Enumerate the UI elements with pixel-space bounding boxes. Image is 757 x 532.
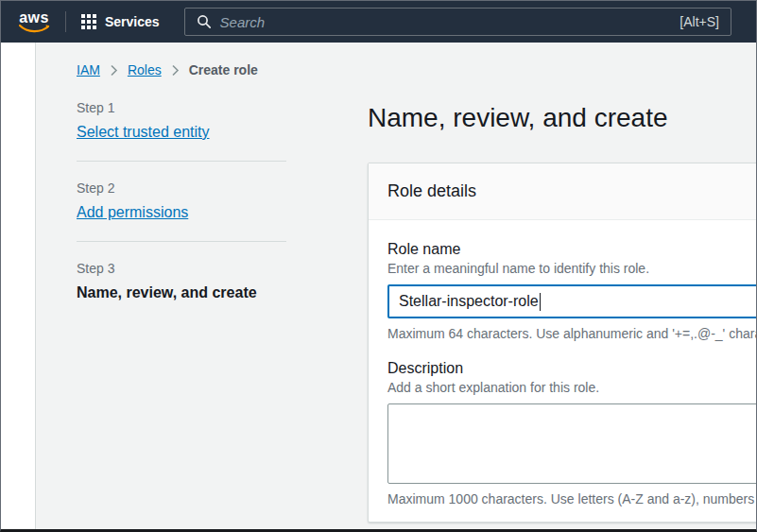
step-number-label: Step 3 (77, 261, 286, 276)
description-field: Description Add a short explanation for … (387, 360, 757, 506)
wizard-layout: Step 1 Select trusted entity Step 2 Add … (77, 100, 757, 523)
grid-icon (81, 14, 96, 29)
search-placeholder: Search (220, 14, 672, 30)
services-menu-button[interactable]: Services (81, 14, 160, 29)
aws-smile-icon (18, 24, 50, 33)
description-textarea[interactable] (387, 403, 757, 484)
aws-logo-text: aws (19, 10, 49, 25)
card-header: Role details (369, 163, 757, 220)
step-item-3: Step 3 Name, review, and create (77, 261, 286, 301)
app-body: IAM Roles Create role Step 1 Select trus… (1, 43, 756, 530)
page-title: Name, review, and create (368, 102, 757, 134)
aws-console-window: aws Services Search [Alt+S] (0, 0, 757, 532)
services-label: Services (105, 14, 160, 29)
step-current-name-review-create: Name, review, and create (77, 284, 257, 300)
breadcrumb-item-create-role: Create role (189, 62, 258, 77)
step-divider (77, 161, 286, 162)
role-name-input[interactable]: Stellar-inspector-role (387, 284, 757, 318)
step-divider (77, 241, 286, 242)
step-item-1: Step 1 Select trusted entity (77, 100, 286, 141)
chevron-right-icon (110, 64, 118, 77)
card-body: Role name Enter a meaningful name to ide… (369, 220, 757, 522)
step-number-label: Step 1 (77, 100, 286, 115)
breadcrumb-item-iam[interactable]: IAM (77, 62, 100, 77)
text-caret (540, 293, 541, 311)
aws-logo[interactable]: aws (18, 10, 50, 33)
wizard-steps-nav: Step 1 Select trusted entity Step 2 Add … (77, 100, 286, 301)
search-shortcut-hint: [Alt+S] (680, 14, 719, 29)
role-name-description: Enter a meaningful name to identify this… (387, 261, 757, 276)
description-label: Description (387, 360, 757, 377)
topbar-divider (65, 11, 66, 32)
main-column: Name, review, and create Role details Ro… (368, 100, 757, 523)
description-description: Add a short explanation for this role. (387, 380, 757, 395)
role-name-constraint: Maximum 64 characters. Use alphanumeric … (387, 326, 757, 341)
step-number-label: Step 2 (77, 180, 286, 196)
chevron-right-icon (171, 64, 180, 77)
step-link-select-trusted-entity[interactable]: Select trusted entity (77, 124, 210, 141)
role-name-field: Role name Enter a meaningful name to ide… (387, 241, 757, 341)
role-name-label: Role name (387, 241, 757, 258)
search-icon (197, 14, 212, 29)
content-area: IAM Roles Create role Step 1 Select trus… (36, 43, 757, 530)
breadcrumb: IAM Roles Create role (77, 62, 757, 77)
top-nav-bar: aws Services Search [Alt+S] (1, 1, 756, 43)
description-constraint: Maximum 1000 characters. Use letters (A-… (387, 491, 757, 506)
role-details-card: Role details Role name Enter a meaningfu… (368, 163, 757, 523)
step-item-2: Step 2 Add permissions (77, 180, 286, 221)
search-input[interactable]: Search [Alt+S] (184, 8, 731, 36)
step-link-add-permissions[interactable]: Add permissions (77, 204, 188, 221)
collapsed-side-nav[interactable] (1, 43, 36, 530)
role-name-input-value: Stellar-inspector-role (399, 293, 539, 310)
card-title: Role details (387, 181, 476, 200)
breadcrumb-item-roles[interactable]: Roles (128, 62, 162, 77)
